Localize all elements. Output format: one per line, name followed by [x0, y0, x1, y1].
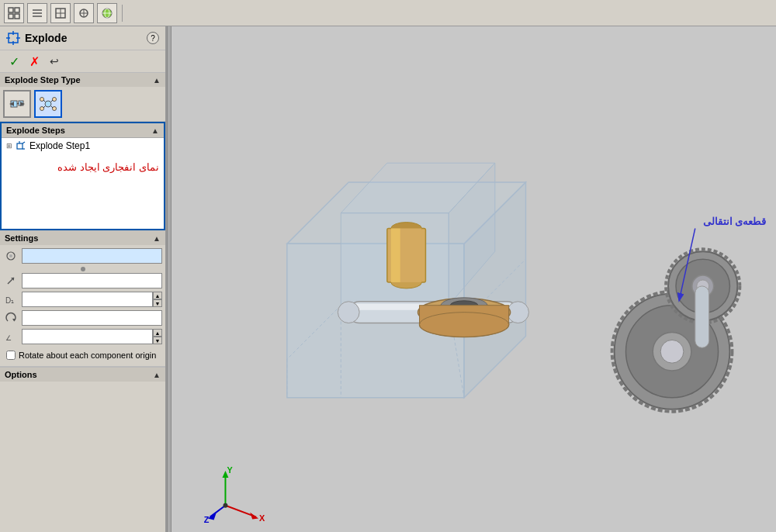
expand-icon: ⊞ — [6, 142, 12, 150]
svg-rect-3 — [15, 14, 19, 19]
rotate-checkbox-row: Rotate about each component origin — [3, 347, 162, 363]
angle-icon: ∠ — [3, 329, 19, 344]
toolbar-btn-5[interactable] — [97, 3, 117, 23]
3d-viewport-svg: قطعه‌ی انتقالی Y X Z — [171, 26, 776, 532]
svg-point-40 — [9, 254, 12, 257]
component-input[interactable] — [22, 248, 162, 264]
settings-section: Settings ▲ — [0, 231, 165, 367]
svg-line-37 — [23, 142, 25, 143]
top-toolbar — [0, 0, 776, 26]
direction-arrow-icon — [3, 273, 19, 288]
svg-rect-2 — [9, 14, 13, 19]
settings-content: D₁ 0.00mm ▲ ▼ — [0, 245, 165, 366]
toolbar-btn-1[interactable] — [4, 3, 24, 23]
distance-input[interactable]: 0.00mm — [22, 292, 153, 307]
svg-point-78 — [660, 340, 684, 363]
svg-text:X: X — [259, 513, 265, 523]
step-type-btn-regular[interactable] — [3, 90, 31, 118]
step-icon — [16, 140, 26, 151]
svg-point-60 — [338, 302, 359, 323]
help-button[interactable]: ? — [147, 32, 159, 44]
svg-point-29 — [40, 107, 44, 111]
svg-rect-84 — [695, 286, 709, 347]
svg-point-27 — [40, 98, 44, 102]
step-type-buttons — [0, 87, 165, 121]
collapse-arrow-2: ▲ — [151, 126, 159, 135]
svg-rect-35 — [17, 143, 23, 149]
panel-header: Explode ? — [0, 26, 165, 50]
explode-steps-box: Explode Steps ▲ ⊞ Explode Step1 نمای انف… — [0, 122, 165, 230]
step1-label: Explode Step1 — [29, 140, 90, 151]
explode-step-type-label: Explode Step Type — [5, 75, 81, 85]
rotate-checkbox-label: Rotate about each component origin — [19, 351, 156, 360]
svg-rect-0 — [9, 8, 13, 12]
step-type-btn-radial[interactable] — [34, 90, 62, 118]
svg-rect-1 — [15, 8, 19, 12]
action-row: ✓ ✗ ↩ — [0, 50, 165, 73]
panel-title: Explode — [25, 32, 67, 44]
svg-rect-66 — [391, 229, 400, 282]
svg-line-33 — [43, 106, 45, 108]
collapse-arrow-4: ▲ — [153, 371, 161, 379]
settings-label: Settings — [5, 233, 38, 243]
svg-point-97 — [223, 503, 227, 508]
distance-icon: D₁ — [3, 292, 19, 307]
explode-steps-label: Explode Steps — [6, 126, 65, 135]
svg-line-31 — [43, 100, 45, 102]
scene-3d: قطعه‌ی انتقالی Y X Z — [171, 26, 776, 532]
toolbar-btn-2[interactable] — [27, 3, 47, 23]
main-layout: Explode ? ✓ ✗ ↩ Explode Step Type ▲ — [0, 26, 776, 532]
confirm-button[interactable]: ✓ — [6, 54, 22, 69]
distance-spin-down[interactable]: ▼ — [153, 299, 162, 307]
explode-step-type-header[interactable]: Explode Step Type ▲ — [0, 73, 165, 87]
collapse-arrow-1: ▲ — [153, 76, 161, 85]
persian-annotation: نمای انفجاری ایجاد شده — [2, 154, 164, 181]
toolbar-divider — [122, 5, 123, 22]
angle-spin-up[interactable]: ▲ — [153, 329, 162, 337]
angle-spin-down[interactable]: ▼ — [153, 337, 162, 344]
bushing-left — [387, 223, 426, 288]
explode-steps-header[interactable]: Explode Steps ▲ — [2, 123, 164, 138]
dot-indicator — [81, 267, 85, 271]
explode-step1-item[interactable]: ⊞ Explode Step1 — [2, 138, 164, 154]
svg-text:D₁: D₁ — [5, 296, 14, 305]
svg-line-34 — [51, 106, 53, 108]
rotate-checkbox[interactable] — [6, 351, 16, 360]
angle-input[interactable]: 0.00deg — [22, 329, 153, 344]
settings-blue-input-row — [3, 248, 162, 264]
settings-rotate-row — [3, 310, 162, 326]
angle-input-group: 0.00deg ▲ ▼ — [22, 329, 162, 344]
rotate-icon — [3, 310, 19, 326]
options-label: Options — [5, 370, 37, 379]
svg-point-28 — [53, 98, 57, 102]
toolbar-btn-4[interactable] — [74, 3, 94, 23]
explode-icon — [6, 31, 20, 45]
distance-spinner: ▲ ▼ — [153, 292, 162, 307]
settings-header[interactable]: Settings ▲ — [0, 231, 165, 245]
svg-line-32 — [51, 100, 53, 102]
explode-step-type-section: Explode Step Type ▲ — [0, 73, 165, 122]
undo-button[interactable]: ↩ — [47, 54, 62, 69]
explode-steps-section: Explode Steps ▲ ⊞ Explode Step1 نمای انف… — [0, 122, 165, 231]
svg-text:Z: Z — [204, 515, 210, 524]
svg-point-73 — [420, 313, 509, 337]
settings-angle-row: ∠ 0.00deg ▲ ▼ — [3, 329, 162, 344]
svg-text:قطعه‌ی انتقالی: قطعه‌ی انتقالی — [703, 216, 767, 227]
rotate-axis-input[interactable] — [22, 310, 162, 326]
settings-arrow-row — [3, 273, 162, 288]
cancel-button[interactable]: ✗ — [26, 54, 42, 69]
distance-spin-up[interactable]: ▲ — [153, 292, 162, 299]
bearing-assembly — [418, 298, 511, 337]
angle-spinner: ▲ ▼ — [153, 329, 162, 344]
options-section-header[interactable]: Options ▲ — [0, 367, 165, 382]
left-panel: Explode ? ✓ ✗ ↩ Explode Step Type ▲ — [0, 26, 167, 532]
distance-input-group: 0.00mm ▲ ▼ — [22, 292, 162, 307]
direction-input[interactable] — [22, 273, 162, 288]
canvas-area[interactable]: قطعه‌ی انتقالی Y X Z — [171, 26, 776, 532]
toolbar-btn-3[interactable] — [50, 3, 71, 23]
svg-text:Y: Y — [227, 465, 233, 475]
collapse-arrow-3: ▲ — [153, 234, 161, 243]
svg-point-30 — [53, 107, 57, 111]
settings-component-icon — [3, 248, 19, 264]
settings-distance-row: D₁ 0.00mm ▲ ▼ — [3, 292, 162, 307]
